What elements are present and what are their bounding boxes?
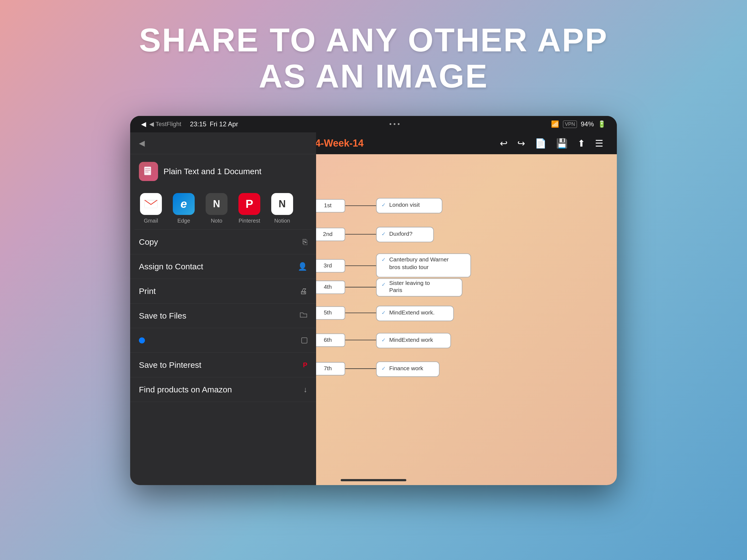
menu-item-special[interactable] — [130, 328, 316, 353]
svg-text:✓: ✓ — [381, 282, 386, 287]
headline-line2: AS AN IMAGE — [139, 58, 608, 94]
app-item-pinterest[interactable]: P Pinterest — [233, 193, 266, 224]
svg-text:Canterbury and Warner: Canterbury and Warner — [389, 256, 449, 262]
svg-text:4th: 4th — [324, 284, 332, 290]
assign-contact-label: Assign to Contact — [139, 262, 203, 271]
topbar-controls: ↩ ↪ 📄 💾 ⬆ ☰ — [500, 138, 603, 149]
svg-text:1st: 1st — [324, 202, 332, 208]
edge-icon: e — [173, 193, 195, 215]
print-label: Print — [139, 286, 156, 296]
svg-rect-26 — [376, 227, 433, 242]
svg-text:✓: ✓ — [381, 231, 386, 237]
ipad-frame: ◀ ◀ TestFlight 23:15 Fri 12 Apr • • • 📶 … — [130, 116, 617, 485]
svg-text:MindExtend work: MindExtend work — [389, 337, 433, 343]
share-sheet: ◀ Plain Text and 1 Document — [130, 132, 316, 485]
menu-item-copy[interactable]: Copy ⎘ — [130, 230, 316, 254]
app-item-noto[interactable]: N Noto — [200, 193, 233, 224]
battery-label: 94% — [581, 120, 594, 128]
pinterest-label: Pinterest — [239, 218, 260, 224]
svg-text:Paris: Paris — [389, 287, 403, 293]
svg-text:✓: ✓ — [381, 337, 386, 343]
status-center-dots: • • • — [389, 120, 400, 128]
wifi-icon: 📶 — [551, 120, 559, 128]
svg-text:✓: ✓ — [381, 202, 386, 208]
menu-item-print[interactable]: Print 🖨 — [130, 279, 316, 304]
vpn-badge: VPN — [563, 121, 577, 128]
save-files-icon — [300, 311, 307, 320]
testflight-label: ◀ TestFlight — [149, 121, 181, 128]
share-back-arrow[interactable]: ◀ — [139, 138, 145, 148]
menu-icon[interactable]: ☰ — [595, 138, 603, 149]
square-icon — [301, 337, 307, 343]
menu-item-save-files[interactable]: Save to Files — [130, 304, 316, 328]
copy-icon: ⎘ — [303, 238, 307, 246]
svg-text:Duxford?: Duxford? — [389, 230, 413, 237]
svg-rect-46 — [144, 167, 151, 175]
noto-label: Noto — [211, 218, 222, 224]
noto-icon: N — [206, 193, 228, 215]
undo-icon[interactable]: ↩ — [500, 138, 508, 149]
app-row: Gmail e Edge N Noto — [130, 187, 316, 229]
amazon-label: Find products on Amazon — [139, 385, 232, 394]
redo-icon[interactable]: ↪ — [517, 138, 525, 149]
share-doc-row: Plain Text and 1 Document — [130, 154, 316, 187]
svg-text:7th: 7th — [324, 365, 332, 371]
share-sheet-header: ◀ — [130, 132, 316, 154]
save-pinterest-icon: P — [303, 361, 307, 369]
share-doc-title: Plain Text and 1 Document — [163, 167, 261, 176]
edge-label: Edge — [177, 218, 190, 224]
svg-text:2nd: 2nd — [323, 231, 333, 237]
svg-text:Finance work: Finance work — [389, 365, 423, 371]
headline-line1: SHARE TO ANY OTHER APP — [139, 22, 608, 58]
status-time: 23:15 — [190, 120, 206, 128]
assign-contact-icon: 👤 — [298, 262, 307, 271]
svg-text:✓: ✓ — [381, 257, 386, 262]
document-icon[interactable]: 📄 — [535, 138, 546, 149]
svg-rect-40 — [376, 333, 450, 348]
battery-icon: 🔋 — [598, 120, 606, 128]
svg-text:Sister leaving to: Sister leaving to — [389, 280, 430, 286]
svg-text:5th: 5th — [324, 309, 332, 316]
svg-rect-23 — [376, 198, 442, 213]
share-icon[interactable]: ⬆ — [577, 138, 585, 149]
save-files-label: Save to Files — [139, 311, 186, 321]
amazon-icon: ↓ — [304, 385, 307, 394]
svg-rect-29 — [376, 254, 470, 277]
notion-label: Notion — [274, 218, 290, 224]
menu-item-assign-contact[interactable]: Assign to Contact 👤 — [130, 254, 316, 279]
print-icon: 🖨 — [300, 286, 307, 296]
menu-item-amazon[interactable]: Find products on Amazon ↓ — [130, 377, 316, 402]
status-bar: ◀ ◀ TestFlight 23:15 Fri 12 Apr • • • 📶 … — [130, 116, 617, 132]
pinterest-icon: P — [238, 193, 260, 215]
svg-text:3rd: 3rd — [324, 262, 332, 269]
svg-rect-43 — [376, 362, 439, 377]
save-pinterest-label: Save to Pinterest — [139, 360, 201, 370]
svg-rect-33 — [376, 279, 462, 297]
home-indicator — [341, 479, 406, 481]
back-arrow-icon: ◀ — [141, 120, 146, 128]
menu-item-pinterest[interactable]: Save to Pinterest P — [130, 353, 316, 377]
svg-text:bros studio tour: bros studio tour — [389, 264, 429, 270]
svg-text:London visit: London visit — [389, 202, 420, 208]
gmail-label: Gmail — [144, 218, 158, 224]
status-day: Fri 12 Apr — [210, 120, 238, 128]
copy-label: Copy — [139, 237, 158, 247]
svg-rect-37 — [376, 306, 453, 321]
app-area: • • • 2024-Week-14 ↩ ↪ 📄 💾 ⬆ ☰ April — [130, 132, 617, 485]
save-icon[interactable]: 💾 — [556, 138, 568, 149]
blue-dot-icon — [139, 337, 145, 343]
svg-text:MindExtend work.: MindExtend work. — [389, 309, 435, 316]
app-item-notion[interactable]: N Notion — [266, 193, 299, 224]
share-sheet-doc-icon — [139, 162, 158, 181]
svg-text:✓: ✓ — [381, 310, 386, 316]
gmail-icon — [140, 193, 162, 215]
headline: SHARE TO ANY OTHER APP AS AN IMAGE — [139, 22, 608, 94]
notion-icon: N — [271, 193, 293, 215]
svg-text:✓: ✓ — [381, 365, 386, 371]
app-item-edge[interactable]: e Edge — [168, 193, 200, 224]
svg-text:6th: 6th — [324, 337, 332, 343]
app-item-gmail[interactable]: Gmail — [134, 193, 168, 224]
